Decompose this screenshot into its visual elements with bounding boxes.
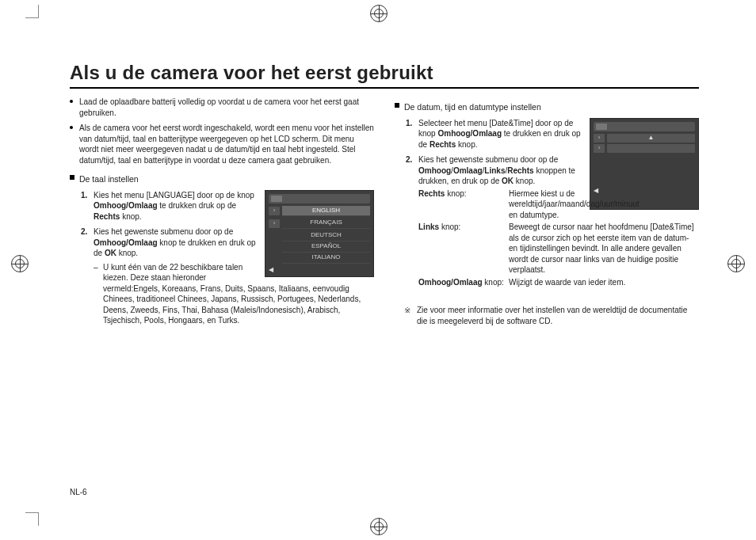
def-label-bold: Omhoog/Omlaag (418, 278, 483, 287)
step-text: knop. (116, 249, 138, 257)
bold-label: Omhoog (418, 166, 451, 175)
definition-row: Omhoog/Omlaag knop: Wijzigt de waarde va… (418, 277, 699, 288)
bold-label: Rechts (94, 212, 120, 221)
section-heading-language: De taal instellen (70, 173, 374, 184)
step-text: knop. (120, 212, 141, 221)
bold-label: Rechts (430, 140, 456, 149)
def-value: Hiermee kiest u de wereldtijd/jaar/maand… (509, 188, 640, 221)
step-text: Kies het gewenste submenu door op de (418, 155, 558, 164)
crop-mark (25, 512, 39, 526)
note-text: Zie voor meer informatie over het instel… (406, 305, 699, 326)
bold-label: OK (502, 177, 514, 185)
sub-bullet: U kunt één van de 22 beschikbare talen k… (94, 262, 374, 326)
step-item: Kies het gewenste submenu door op de Omh… (81, 226, 374, 326)
def-label-post: knop: (439, 222, 460, 231)
bold-label: OK (105, 249, 116, 257)
registration-mark-icon (11, 255, 29, 272)
bold-label: Omhoog/Omlaag (94, 238, 158, 247)
left-column: Laad de oplaadbare batterij volledig op … (70, 93, 374, 330)
step-item: Kies het menu [LANGUAGE] door op de knop… (81, 190, 374, 222)
def-label-bold: Rechts (418, 189, 445, 198)
definition-row: Rechts knop: Hiermee kiest u de wereldti… (418, 188, 583, 221)
step-text: te drukken druk op de (158, 201, 237, 210)
right-column: De datum, tijd en datumtype instellen › … (395, 93, 699, 330)
registration-mark-icon (370, 518, 388, 535)
intro-bullet: Laad de oplaadbare batterij volledig op … (70, 97, 374, 118)
def-label-post: knop: (483, 278, 504, 287)
bold-label: Links (484, 166, 505, 175)
step-item: Selecteer het menu [Date&Time] door op d… (406, 118, 699, 150)
intro-bullet: Als de camera voor het eerst wordt inges… (70, 123, 374, 165)
def-value: Beweegt de cursor naar het hoofdmenu [Da… (509, 222, 699, 276)
step-text: Kies het gewenste submenu door op de (94, 227, 233, 236)
page-number: NL-6 (70, 487, 87, 498)
step-item: Kies het gewenste submenu door op de Omh… (406, 154, 699, 287)
bold-label: Omhoog/Omlaag (437, 129, 502, 138)
page: Als u de camera voor het eerst gebruikt … (48, 32, 715, 508)
bold-label: Omlaag (453, 166, 483, 175)
def-label-bold: Links (418, 222, 439, 231)
section-heading-datetime: De datum, tijd en datumtype instellen (395, 101, 699, 112)
step-text: Kies het menu [LANGUAGE] door op de knop (94, 191, 254, 200)
bold-label: Omhoog/Omlaag (94, 201, 158, 210)
step-text: knop. (456, 140, 477, 149)
crop-mark (25, 5, 39, 18)
registration-mark-icon (370, 5, 388, 22)
step-text: knop. (514, 177, 535, 185)
def-value: Wijzigt de waarde van ieder item. (509, 277, 699, 288)
registration-mark-icon (727, 255, 745, 272)
def-label-post: knop: (445, 189, 466, 198)
bold-label: Rechts (507, 166, 533, 175)
definition-row: Links knop: Beweegt de cursor naar het h… (418, 222, 699, 276)
page-title: Als u de camera voor het eerst gebruikt (70, 60, 699, 89)
